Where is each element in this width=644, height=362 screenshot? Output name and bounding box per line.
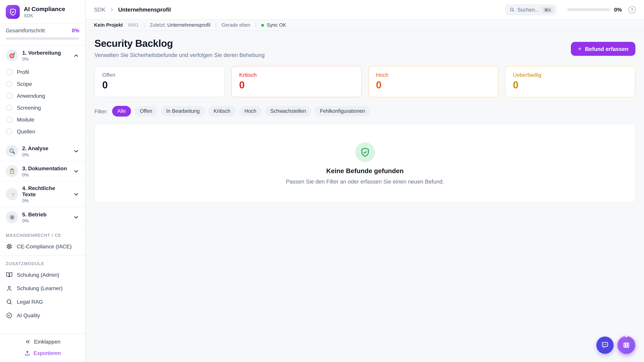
cpu-icon xyxy=(6,243,13,250)
filter-chip-kritisch[interactable]: Kritisch xyxy=(208,106,236,117)
empty-state-text: Passen Sie den Filter an oder erfassen S… xyxy=(286,178,444,185)
sidebar-phase-dokumentation[interactable]: 3. Dokumentation 0% xyxy=(0,161,85,181)
collapse-sidebar-button[interactable]: Einklappen xyxy=(25,339,60,345)
divider: | xyxy=(255,22,256,28)
stat-card-hoch: Hoch 0 xyxy=(368,66,498,97)
divider: | xyxy=(215,22,216,28)
app-subtitle: SDK xyxy=(24,13,65,18)
filter-chip-offen[interactable]: Offen xyxy=(134,106,158,117)
sidebar-phase-betrieb[interactable]: 5. Betrieb 0% xyxy=(0,207,85,227)
empty-state-card: Keine Befunde gefunden Passen Sie den Fi… xyxy=(94,123,635,203)
sidebar-item-anwendung[interactable]: Anwendung xyxy=(0,90,85,102)
step-circle-icon xyxy=(6,93,12,99)
kanban-columns-icon xyxy=(622,341,630,349)
step-circle-icon xyxy=(6,117,12,123)
filter-chip-in-bearbeitung[interactable]: In Bearbeitung xyxy=(161,106,205,117)
help-icon[interactable]: ? xyxy=(628,6,636,13)
sidebar-item-schulung-learner[interactable]: Schulung (Learner) xyxy=(0,282,85,295)
filter-chip-alle[interactable]: Alle xyxy=(112,106,131,117)
filter-label: Filter: xyxy=(94,108,108,114)
chat-button[interactable] xyxy=(596,337,614,354)
overall-progress-track xyxy=(6,37,79,40)
project-name: Kein Projekt xyxy=(94,22,123,28)
stats-row: Offen 0 Kritisch 0 Hoch 0 Ueberfaellig 0 xyxy=(94,66,635,97)
topbar: SDK Unternehmensprofil Suchen... ⌘K 0% ? xyxy=(86,0,644,20)
topbar-progress: 0% xyxy=(567,6,622,13)
page-subtitle: Verwalten Sie Sicherheitsbefunde und ver… xyxy=(94,52,265,58)
step-circle-icon xyxy=(6,69,12,75)
book-open-icon xyxy=(6,271,13,278)
sidebar-header: AI Compliance SDK xyxy=(0,0,85,24)
page-title: Security Backlog xyxy=(94,38,265,49)
step-circle-icon xyxy=(6,129,12,135)
sidebar: AI Compliance SDK Gesamtfortschritt 0% 1… xyxy=(0,0,85,362)
plus-icon: + xyxy=(578,45,582,52)
sidebar-item-ai-quality[interactable]: AI Quality xyxy=(0,309,85,322)
sidebar-phase-rechtliche-texte[interactable]: 4. Rechtliche Texte 0% xyxy=(0,181,85,207)
topbar-progress-track xyxy=(567,8,610,11)
overall-progress: Gesamtfortschritt 0% xyxy=(0,24,85,45)
search-icon xyxy=(509,7,514,12)
main-content: Security Backlog Verwalten Sie Sicherhei… xyxy=(86,31,644,362)
chevron-down-icon xyxy=(73,168,79,174)
chevron-down-icon xyxy=(73,214,79,220)
overall-progress-value: 0% xyxy=(72,28,79,34)
export-button[interactable]: Exportieren xyxy=(24,350,61,356)
breadcrumb: SDK Unternehmensprofil xyxy=(94,6,505,13)
sidebar-item-ce-compliance[interactable]: CE-Compliance (IACE) xyxy=(0,240,85,253)
sidebar-phase-vorbereitung[interactable]: 1. Vorbereitung 0% xyxy=(0,45,85,65)
gear-icon xyxy=(6,211,18,223)
create-finding-button[interactable]: + Befund erfassen xyxy=(571,42,636,56)
shield-check-icon xyxy=(9,8,17,16)
check-circle-icon xyxy=(6,312,13,319)
step-circle-icon xyxy=(6,105,12,111)
overall-progress-label: Gesamtfortschritt xyxy=(6,28,45,34)
filter-chip-fehlkonfigurationen[interactable]: Fehlkonfigurationen xyxy=(314,106,370,117)
section-header-zusatzmodule: ZUSATZMODULE xyxy=(0,256,85,268)
stat-card-offen: Offen 0 xyxy=(94,66,225,97)
sidebar-item-module[interactable]: Module xyxy=(0,114,85,125)
filter-chip-hoch[interactable]: Hoch xyxy=(239,106,262,117)
filter-row: Filter: Alle Offen In Bearbeitung Kritis… xyxy=(94,106,635,117)
upload-icon xyxy=(24,350,30,356)
sidebar-phase-analyse[interactable]: 2. Analyse 0% xyxy=(0,141,85,161)
chevrons-left-icon xyxy=(25,339,31,345)
clipboard-icon xyxy=(6,165,18,177)
filter-chip-schwachstellen[interactable]: Schwachstellen xyxy=(265,106,311,117)
step-circle-icon xyxy=(6,81,12,87)
chevron-down-icon xyxy=(73,148,79,154)
empty-state-title: Keine Befunde gefunden xyxy=(326,167,404,175)
sidebar-item-legal-rag[interactable]: Legal RAG xyxy=(0,295,85,309)
stat-card-kritisch: Kritisch 0 xyxy=(231,66,362,97)
phase-subitems: Profil Scope Anwendung Screening Module … xyxy=(0,65,85,141)
last-value: Unternehmensprofil xyxy=(167,22,210,28)
sync-status-dot xyxy=(262,24,264,26)
target-icon xyxy=(6,49,18,61)
app-window: AI Compliance SDK Gesamtfortschritt 0% 1… xyxy=(0,0,644,362)
app-logo xyxy=(6,5,20,19)
search-input[interactable]: Suchen... ⌘K xyxy=(505,4,556,15)
breadcrumb-current: Unternehmensprofil xyxy=(118,6,171,13)
breadcrumb-sdk[interactable]: SDK xyxy=(94,6,106,13)
last-saved-time: Gerade eben xyxy=(221,22,250,28)
last-label: Zuletzt: xyxy=(150,22,166,28)
sync-status: Sync OK xyxy=(267,22,286,28)
section-header-maschinenrecht: MASCHINENRECHT / CE xyxy=(0,227,85,240)
stat-card-ueberfaellig: Ueberfaellig 0 xyxy=(505,66,636,97)
search-placeholder: Suchen... xyxy=(518,7,539,12)
statusbar: Kein Projekt V001 | Zuletzt: Unternehmen… xyxy=(86,20,644,31)
sidebar-item-quellen[interactable]: Quellen xyxy=(0,125,85,137)
sidebar-item-profil[interactable]: Profil xyxy=(0,66,85,78)
kanban-board-button[interactable] xyxy=(617,336,636,355)
magnifier-icon xyxy=(6,145,18,157)
keyboard-shortcut-badge: ⌘K xyxy=(542,6,553,13)
divider: | xyxy=(144,22,145,28)
chevron-down-icon xyxy=(73,191,79,197)
sidebar-item-screening[interactable]: Screening xyxy=(0,102,85,114)
topbar-progress-value: 0% xyxy=(614,6,622,13)
memo-pencil-icon xyxy=(6,188,18,200)
sidebar-item-schulung-admin[interactable]: Schulung (Admin) xyxy=(0,268,85,282)
shield-check-icon xyxy=(355,142,375,162)
user-icon xyxy=(6,285,13,292)
sidebar-item-scope[interactable]: Scope xyxy=(0,78,85,90)
